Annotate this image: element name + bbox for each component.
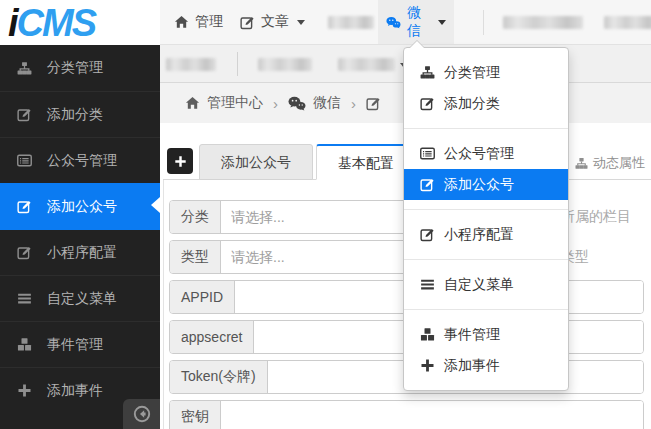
breadcrumb-wechat[interactable]: 微信 <box>288 94 341 112</box>
caret-down-icon <box>438 20 446 25</box>
sitemap-icon <box>575 157 588 170</box>
censored-nav-item[interactable] <box>596 0 651 44</box>
nav-item-label: 管理 <box>195 13 223 31</box>
edit-icon <box>366 96 381 111</box>
dropdown-item-custom-menu[interactable]: 自定义菜单 <box>404 269 568 300</box>
tab-add-account[interactable]: 添加公众号 <box>199 144 313 180</box>
field-label: 分类 <box>170 201 221 233</box>
dynamic-attrs-label: 动态属性 <box>593 154 645 172</box>
sitemap-icon <box>420 65 435 80</box>
sidebar-item-label: 分类管理 <box>47 59 103 77</box>
nav-item-wechat[interactable]: 微信 <box>378 0 454 44</box>
sidebar-collapse-button[interactable] <box>123 399 160 429</box>
secret-key-input[interactable] <box>221 401 643 429</box>
wechat-dropdown-menu: 分类管理 添加分类 公众号管理 添加公众号 小程序配置 自定义菜单 事件管理 <box>403 47 569 391</box>
edit-icon <box>420 96 435 111</box>
censored-label <box>604 16 651 29</box>
field-label: APPID <box>170 281 235 313</box>
form-row: 密钥 <box>169 400 651 429</box>
sidebar-item-label: 自定义菜单 <box>47 290 117 308</box>
dropdown-item-label: 分类管理 <box>444 64 500 82</box>
dropdown-item-add-category[interactable]: 添加分类 <box>404 88 568 119</box>
dropdown-item-label: 自定义菜单 <box>444 276 514 294</box>
sidebar-item-label: 添加分类 <box>47 106 103 124</box>
plus-icon <box>17 383 32 398</box>
sidebar-item-add-account[interactable]: 添加公众号 <box>0 183 160 229</box>
bars-icon <box>17 291 32 306</box>
sidebar-item-custom-menu[interactable]: 自定义菜单 <box>0 275 160 321</box>
breadcrumb-label: 微信 <box>313 94 341 112</box>
censored-subnav-item[interactable] <box>166 58 216 71</box>
nav-divider <box>483 10 484 35</box>
dropdown-item-add-account[interactable]: 添加公众号 <box>404 169 568 200</box>
breadcrumb-home[interactable]: 管理中心 <box>185 94 263 112</box>
censored-label <box>328 16 374 29</box>
censored-nav-item[interactable] <box>495 0 591 44</box>
dropdown-divider <box>404 309 568 310</box>
dropdown-item-label: 小程序配置 <box>444 226 514 244</box>
censored-label <box>503 16 583 29</box>
nav-item-label: 文章 <box>261 13 289 31</box>
dropdown-item-account-manage[interactable]: 公众号管理 <box>404 138 568 169</box>
field-hint: 所属的栏目 <box>561 208 631 226</box>
edit-icon <box>420 227 435 242</box>
dropdown-item-label: 添加事件 <box>444 357 500 375</box>
bars-icon <box>420 277 435 292</box>
dropdown-divider <box>404 209 568 210</box>
add-tab-button[interactable] <box>167 148 193 174</box>
wechat-icon <box>386 15 401 30</box>
field-label: 类型 <box>170 241 221 273</box>
censored-subnav-item[interactable] <box>258 58 312 71</box>
breadcrumb-separator: › <box>273 95 278 112</box>
edit-icon <box>420 177 435 192</box>
logo-prefix: i <box>8 4 17 42</box>
dropdown-item-label: 公众号管理 <box>444 145 514 163</box>
sidebar-item-miniprogram-config[interactable]: 小程序配置 <box>0 229 160 275</box>
sidebar: 分类管理 添加分类 公众号管理 添加公众号 小程序配置 自定义菜单 事件管理 <box>0 45 160 429</box>
dropdown-item-label: 添加分类 <box>444 95 500 113</box>
sidebar-item-add-category[interactable]: 添加分类 <box>0 91 160 137</box>
sidebar-item-label: 添加公众号 <box>47 198 117 216</box>
caret-down-icon <box>297 20 305 25</box>
breadcrumb-label: 管理中心 <box>207 94 263 112</box>
app-logo[interactable]: iCMS <box>0 0 160 45</box>
dropdown-item-event-manage[interactable]: 事件管理 <box>404 319 568 350</box>
nav-item-manage[interactable]: 管理 <box>166 0 231 44</box>
nav-item-article[interactable]: 文章 <box>232 0 313 44</box>
cubes-icon <box>420 327 435 342</box>
tab-basic-config[interactable]: 基本配置 <box>316 144 416 180</box>
dropdown-item-add-event[interactable]: 添加事件 <box>404 350 568 381</box>
breadcrumb-separator: › <box>351 95 356 112</box>
field-label: 密钥 <box>170 401 221 429</box>
censored-nav-item[interactable] <box>320 0 382 44</box>
sidebar-item-label: 事件管理 <box>47 336 103 354</box>
active-item-notch <box>151 197 160 213</box>
plus-icon <box>420 358 435 373</box>
list-icon <box>17 153 32 168</box>
wechat-icon <box>288 96 306 111</box>
dropdown-divider <box>404 259 568 260</box>
dropdown-item-label: 事件管理 <box>444 326 500 344</box>
dropdown-divider <box>404 128 568 129</box>
plus-icon <box>174 155 187 168</box>
home-icon <box>185 96 200 111</box>
dynamic-attrs-link[interactable]: 动态属性 <box>575 154 645 172</box>
cubes-icon <box>17 337 32 352</box>
field-label: appsecret <box>170 321 254 353</box>
field-label: Token(令牌) <box>170 361 268 393</box>
dropdown-item-label: 添加公众号 <box>444 176 514 194</box>
sidebar-item-label: 小程序配置 <box>47 244 117 262</box>
subnav-divider <box>237 52 238 76</box>
edit-icon <box>17 107 32 122</box>
sidebar-item-category-manage[interactable]: 分类管理 <box>0 45 160 91</box>
sidebar-item-label: 添加事件 <box>47 382 103 400</box>
icms-admin-window: 管理 文章 微信 iCMS <box>0 0 651 429</box>
edit-icon <box>17 199 32 214</box>
sidebar-item-event-manage[interactable]: 事件管理 <box>0 321 160 367</box>
sidebar-item-label: 公众号管理 <box>47 152 117 170</box>
dropdown-item-miniprogram-config[interactable]: 小程序配置 <box>404 219 568 250</box>
home-icon <box>174 15 189 30</box>
censored-subnav-item[interactable] <box>338 58 395 71</box>
dropdown-item-category-manage[interactable]: 分类管理 <box>404 57 568 88</box>
sidebar-item-account-manage[interactable]: 公众号管理 <box>0 137 160 183</box>
